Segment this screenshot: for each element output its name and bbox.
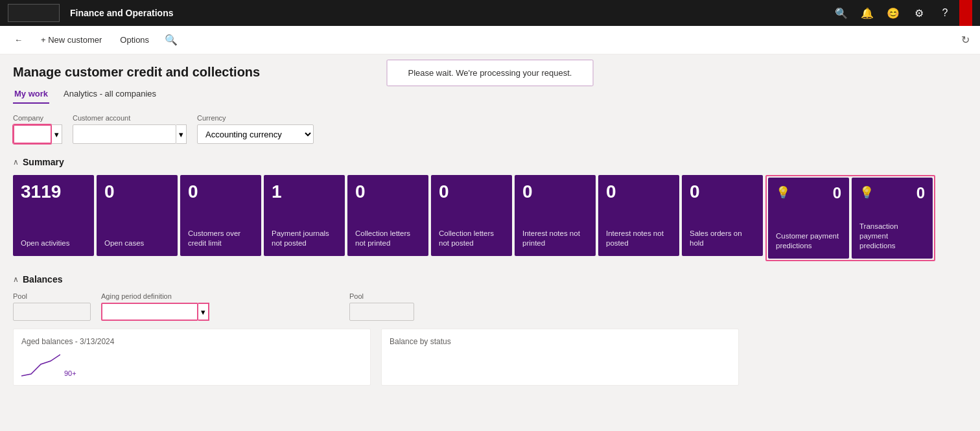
refresh-btn[interactable]: ↻ [961, 34, 970, 46]
back-icon: ← [14, 35, 23, 45]
card-transaction-payment-predictions-number: 0 [916, 185, 925, 201]
card-transaction-payment-predictions-label: Transaction payment predictions [859, 222, 925, 251]
customer-account-dropdown-btn[interactable]: ▾ [176, 124, 187, 144]
new-customer-label: + New customer [41, 35, 102, 45]
refresh-icon: ↻ [961, 34, 970, 45]
customer-account-input[interactable] [73, 124, 176, 144]
search-icon: 🔍 [835, 7, 848, 19]
card-interest-notes-not-posted-label: Interest notes not posted [606, 229, 671, 248]
card-sales-orders-on-hold[interactable]: 0 Sales orders on hold [682, 175, 763, 256]
gear-icon-btn[interactable]: ⚙ [907, 1, 931, 25]
tabs: My work Analytics - all companies [13, 85, 967, 104]
currency-select[interactable]: Accounting currency Transaction currency [197, 124, 314, 144]
card-transaction-payment-predictions[interactable]: 💡 0 Transaction payment predictions [852, 178, 933, 259]
page-content: Manage customer credit and collections M… [0, 54, 980, 396]
toolbar-search-button[interactable]: 🔍 [163, 32, 179, 48]
card-customer-payment-predictions-number: 0 [833, 185, 841, 201]
card-sales-orders-on-hold-number: 0 [690, 183, 755, 201]
currency-filter-group: Currency Accounting currency Transaction… [197, 114, 314, 144]
aging-period-label: Aging period definition [101, 292, 209, 300]
card-interest-notes-not-printed-label: Interest notes not printed [522, 229, 588, 248]
card-open-activities-number: 3119 [21, 183, 86, 201]
aging-period-filter-group: Aging period definition ▾ [101, 292, 209, 321]
summary-cards: 3119 Open activities 0 Open cases 0 Cust… [13, 175, 967, 261]
bell-icon-btn[interactable]: 🔔 [856, 1, 879, 25]
aged-balances-panel: Aged balances - 3/13/2024 90+ [13, 329, 371, 386]
help-icon-btn[interactable]: ? [933, 1, 957, 25]
balance-panels: Aged balances - 3/13/2024 90+ Balance by… [13, 329, 739, 386]
card-payment-journals[interactable]: 1 Payment journals not posted [264, 175, 345, 256]
question-icon: ? [942, 7, 948, 19]
card-customers-over-credit-label: Customers over credit limit [188, 229, 253, 248]
prediction-cards-highlight: 💡 0 Customer payment predictions 💡 0 Tra… [765, 175, 935, 261]
options-label: Options [120, 35, 149, 45]
pool2-filter-group: Pool [349, 292, 414, 321]
card-interest-notes-not-posted-number: 0 [606, 183, 671, 201]
balances-section-header[interactable]: ∧ Balances [13, 274, 967, 285]
processing-message: Please wait. We're processing your reque… [408, 68, 572, 78]
pool2-input[interactable] [349, 303, 414, 321]
card-collection-letters-not-printed-number: 0 [355, 183, 421, 201]
app-box [8, 4, 60, 22]
company-input[interactable] [13, 124, 52, 144]
tab-analytics[interactable]: Analytics - all companies [62, 85, 158, 104]
nav-left: Finance and Operations [8, 4, 173, 22]
balances-chevron-icon: ∧ [13, 275, 19, 284]
toolbar: ← + New customer Options 🔍 Please wait. … [0, 26, 980, 54]
card-customers-over-credit[interactable]: 0 Customers over credit limit [180, 175, 261, 256]
smiley-icon-btn[interactable]: 😊 [881, 1, 905, 25]
aging-period-dropdown-btn[interactable]: ▾ [198, 303, 209, 321]
top-navigation: Finance and Operations 🔍 🔔 😊 ⚙ ? [0, 0, 980, 26]
balances-section-title: Balances [23, 274, 62, 285]
nav-right: 🔍 🔔 😊 ⚙ ? [830, 0, 972, 26]
card-customer-prediction-top: 💡 0 [776, 185, 841, 201]
options-button[interactable]: Options [116, 32, 153, 47]
card-customer-payment-predictions[interactable]: 💡 0 Customer payment predictions [768, 178, 849, 259]
bell-icon: 🔔 [861, 7, 874, 19]
filters-row: Company ▾ Customer account ▾ Currency Ac… [13, 114, 967, 144]
summary-section-header[interactable]: ∧ Summary [13, 157, 967, 167]
customer-account-filter-group: Customer account ▾ [73, 114, 187, 144]
card-open-cases-label: Open cases [104, 239, 170, 248]
pool-label: Pool [13, 292, 91, 300]
app-launcher-btn[interactable] [959, 0, 972, 26]
summary-section: ∧ Summary 3119 Open activities 0 Open ca… [13, 157, 967, 261]
company-label: Company [13, 114, 62, 122]
customer-account-label: Customer account [73, 114, 187, 122]
card-interest-notes-not-printed-number: 0 [522, 183, 588, 201]
balance-by-status-title: Balance by status [390, 337, 730, 346]
aged-balances-title: Aged balances - 3/13/2024 [21, 337, 362, 346]
card-interest-notes-not-posted[interactable]: 0 Interest notes not posted [598, 175, 679, 256]
card-open-cases-number: 0 [104, 183, 170, 201]
card-payment-journals-label: Payment journals not posted [272, 229, 337, 248]
card-collection-letters-not-printed[interactable]: 0 Collection letters not printed [347, 175, 428, 256]
balance-by-status-panel: Balance by status [381, 329, 739, 386]
summary-section-title: Summary [23, 157, 64, 167]
aging-period-input[interactable] [101, 303, 198, 321]
pool-input[interactable] [13, 303, 91, 321]
company-dropdown-btn[interactable]: ▾ [52, 124, 62, 144]
chart-90-plus-label: 90+ [64, 369, 76, 377]
card-open-activities[interactable]: 3119 Open activities [13, 175, 94, 256]
toolbar-search-icon: 🔍 [165, 34, 178, 46]
app-title: Finance and Operations [70, 8, 173, 18]
card-collection-letters-not-printed-label: Collection letters not printed [355, 229, 421, 248]
tab-my-work[interactable]: My work [13, 85, 49, 104]
card-interest-notes-not-printed[interactable]: 0 Interest notes not printed [515, 175, 596, 256]
card-open-cases[interactable]: 0 Open cases [97, 175, 178, 256]
new-customer-button[interactable]: + New customer [37, 32, 106, 47]
balances-filter-row: Pool Aging period definition ▾ Pool [13, 292, 967, 321]
lightbulb-icon-2: 💡 [859, 185, 874, 200]
smiley-icon: 😊 [887, 7, 900, 19]
aged-balances-chart-svg [21, 351, 60, 377]
card-transaction-prediction-top: 💡 0 [859, 185, 925, 201]
currency-label: Currency [197, 114, 314, 122]
summary-chevron-icon: ∧ [13, 157, 19, 167]
gear-icon: ⚙ [915, 7, 924, 19]
search-icon-btn[interactable]: 🔍 [830, 1, 853, 25]
card-collection-letters-not-posted-label: Collection letters not posted [439, 229, 504, 248]
back-button[interactable]: ← [10, 32, 27, 47]
card-collection-letters-not-posted[interactable]: 0 Collection letters not posted [431, 175, 512, 256]
balances-section: ∧ Balances Pool Aging period definition … [13, 274, 967, 386]
company-filter-group: Company ▾ [13, 114, 62, 144]
